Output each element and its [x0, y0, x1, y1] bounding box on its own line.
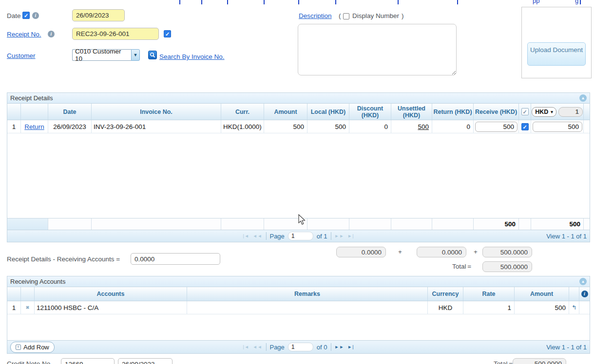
col-date[interactable]: Date [48, 104, 92, 120]
search-by-invoice-link[interactable]: Search By Invoice No. [159, 53, 225, 60]
last-page-icon[interactable]: ►| [347, 234, 354, 238]
unsettled-link[interactable]: 500 [418, 123, 429, 130]
receipt-no-info-icon[interactable]: i [48, 31, 55, 37]
cell-remarks[interactable] [187, 301, 428, 314]
receive-base-input[interactable] [533, 122, 582, 132]
totals-spacer [349, 218, 391, 230]
customer-select[interactable]: C010 Customer 10 [72, 49, 131, 61]
cell-return-amt: 0 [432, 120, 474, 133]
add-row-button[interactable]: + Add Row [10, 342, 55, 353]
cell-rate: 1 [463, 301, 515, 314]
credit-note-date-input[interactable] [118, 358, 172, 364]
credit-note-input[interactable] [61, 358, 115, 364]
tab-label-fragment[interactable]: g [575, 0, 578, 4]
total-input [482, 261, 532, 272]
col-amount[interactable]: Amount [264, 104, 307, 120]
return-link-cell[interactable]: Return [21, 120, 48, 133]
pager-separator [266, 232, 266, 240]
col-local[interactable]: Local (HKD) [307, 104, 349, 120]
receiving-accounts-body: 1 ✖ 1211000 HSBC - C/A HKD 1 500 ↰ [7, 301, 590, 340]
col-return-hkd[interactable]: Return (HKD) [432, 104, 474, 120]
pager-separator [331, 232, 331, 240]
cell-invoice-no: INV-23-09-26-001 [92, 120, 221, 133]
upload-document-button[interactable]: Upload Document [527, 42, 586, 66]
info-icon[interactable]: i [581, 291, 588, 297]
col-unsettled[interactable]: Unsettled (HKD) [391, 104, 432, 120]
cell-amount: 500 [515, 301, 569, 314]
prev-page-icon[interactable]: ◄◄ [253, 234, 263, 238]
page-label: Page [269, 233, 284, 240]
receiving-accounts-title: Receiving Accounts [10, 278, 65, 285]
header-currency-select[interactable]: HKD ▾ [532, 107, 556, 117]
date-info-icon[interactable]: i [32, 12, 39, 19]
first-page-icon[interactable]: |◄ [243, 234, 249, 238]
tab-label-fragment[interactable]: pp [533, 0, 539, 4]
fill-amount-arrow-icon[interactable]: ↰ [572, 304, 576, 311]
collapse-icon[interactable]: ▲ [579, 94, 587, 102]
receipt-no-checkbox[interactable]: ✓ [164, 30, 171, 37]
date-checkbox[interactable]: ✓ [22, 12, 30, 19]
cell-row-checkbox: ✓ [519, 120, 531, 133]
col-select-all: ✓ [519, 104, 531, 120]
receiving-accounts-caption: Receiving Accounts ▲ [7, 276, 590, 287]
totals-spacer [92, 218, 221, 230]
row-checkbox[interactable]: ✓ [521, 123, 529, 130]
col-rate[interactable]: Rate [463, 287, 515, 301]
cell-receive-base [531, 120, 584, 133]
last-page-icon[interactable]: ►| [347, 345, 354, 349]
add-row-icon: + [16, 345, 21, 350]
search-icon[interactable] [148, 51, 157, 59]
delete-row-cell[interactable]: ✖ [21, 301, 35, 314]
prev-page-icon[interactable]: ◄◄ [253, 345, 263, 349]
receive-input[interactable] [475, 122, 517, 132]
cell-curr: HKD(1.0000) [221, 120, 264, 133]
view-range-label: View 1 - 1 of 1 [546, 344, 590, 351]
totals-spacer [391, 218, 432, 230]
cell-action[interactable]: ↰ [569, 301, 579, 314]
col-accounts[interactable]: Accounts [35, 287, 187, 301]
col-currency[interactable]: Currency [428, 287, 463, 301]
totals-spacer [48, 218, 92, 230]
totals-spacer [519, 218, 531, 230]
delete-row-icon[interactable]: ✖ [26, 305, 30, 310]
first-page-icon[interactable]: |◄ [243, 345, 249, 349]
col-return-action [21, 104, 48, 120]
page-of-label: of 0 [317, 344, 327, 351]
display-number-checkbox[interactable] [343, 13, 349, 19]
receipt-entry-screen: pp g Date ✓ i Receipt No. i ✓ Customer C… [0, 0, 594, 364]
receiving-accounts-panel: Receiving Accounts ▲ Accounts Remarks Cu… [7, 276, 590, 354]
page-input[interactable] [288, 232, 313, 240]
cell-account[interactable]: 1211000 HSBC - C/A [35, 301, 187, 314]
total-receive-base: 500 [531, 218, 584, 230]
col-invoice-no[interactable]: Invoice No. [92, 104, 221, 120]
receipt-no-input[interactable] [72, 28, 159, 40]
col-receive[interactable]: Receive (HKD) [474, 104, 519, 120]
description-label[interactable]: Description [299, 12, 332, 19]
description-textarea[interactable] [298, 24, 457, 75]
tab-separator [298, 0, 299, 4]
receipt-no-label[interactable]: Receipt No. [7, 31, 41, 38]
col-discount[interactable]: Discount (HKD) [349, 104, 391, 120]
col-info: i [579, 287, 590, 301]
difference-input[interactable] [131, 253, 220, 265]
return-link[interactable]: Return [24, 123, 44, 130]
cell-unsettled[interactable]: 500 [391, 120, 432, 133]
col-remarks[interactable]: Remarks [187, 287, 428, 301]
next-page-icon[interactable]: ►► [335, 234, 345, 238]
col-amount[interactable]: Amount [515, 287, 569, 301]
col-curr[interactable]: Curr. [221, 104, 264, 120]
receipt-details-body: 1 Return 26/09/2023 INV-23-09-26-001 HKD… [7, 120, 590, 218]
collapse-icon[interactable]: ▲ [579, 278, 587, 285]
customer-dropdown-button[interactable]: ▼ [131, 49, 140, 61]
table-row[interactable]: 1 Return 26/09/2023 INV-23-09-26-001 HKD… [7, 120, 590, 133]
totals-spacer [7, 218, 48, 230]
page-input[interactable] [288, 343, 313, 351]
totals-spacer [221, 218, 264, 230]
next-page-icon[interactable]: ►► [335, 345, 345, 349]
bottom-total-label: Total = [494, 360, 513, 364]
select-all-checkbox[interactable]: ✓ [521, 108, 529, 115]
date-label: Date [7, 12, 21, 19]
customer-label[interactable]: Customer [7, 52, 36, 59]
table-row[interactable]: 1 ✖ 1211000 HSBC - C/A HKD 1 500 ↰ [7, 301, 590, 314]
date-input[interactable] [72, 9, 125, 21]
